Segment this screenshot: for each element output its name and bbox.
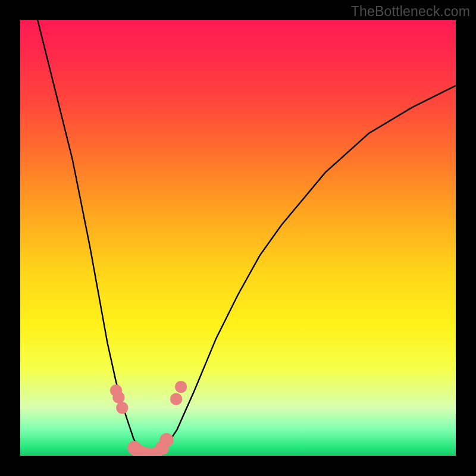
plot-area — [20, 20, 456, 456]
curve-marker — [159, 433, 173, 447]
attribution-text: TheBottleneck.com — [351, 4, 470, 20]
curve-line — [20, 20, 456, 456]
outer-frame: TheBottleneck.com — [0, 0, 476, 476]
curve-markers — [110, 381, 187, 456]
curve-marker — [170, 393, 182, 405]
curve-marker — [112, 392, 124, 403]
bottleneck-curve — [20, 20, 456, 456]
curve-marker — [116, 402, 128, 414]
curve-marker — [175, 381, 187, 393]
